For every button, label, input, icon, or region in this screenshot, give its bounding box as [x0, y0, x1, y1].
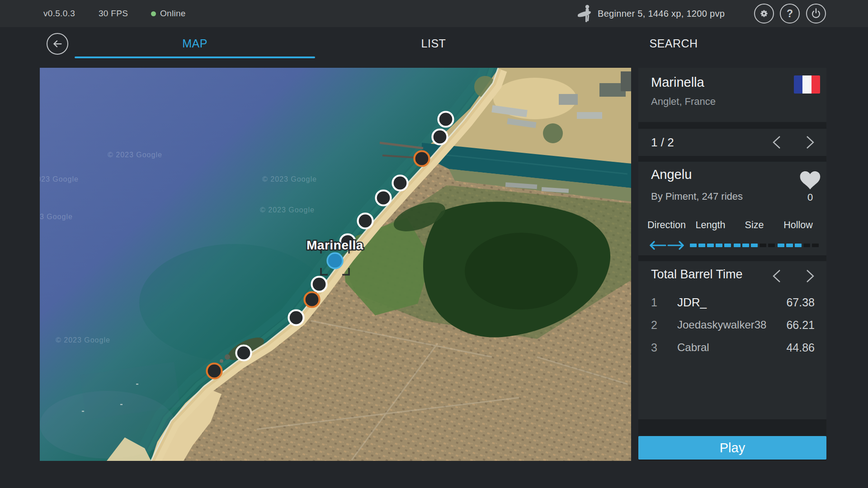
wave-card: Angelu 0 By Piment, 247 rides Direction: [638, 162, 826, 255]
leaderboard-score: 67.38: [786, 296, 826, 309]
leaderboard-rows: 1JDR_67.382Joedaskywalker3866.213Cabral4…: [638, 291, 826, 359]
length-meter: [690, 239, 731, 252]
fps-counter: 30 FPS: [99, 0, 128, 27]
player-rank-status: Beginner 5, 1446 xp, 1200 pvp: [598, 0, 725, 27]
leaderboard-rank: 3: [638, 341, 665, 354]
leaderboard-rank: 2: [638, 319, 665, 332]
meter-dash: [768, 244, 775, 247]
chevron-right-icon: [804, 268, 816, 284]
help-button[interactable]: ?: [780, 4, 800, 23]
spot-marker-open[interactable]: [439, 112, 453, 127]
google-watermark: © 2023 Google: [40, 213, 73, 221]
google-watermark: © 2023 Google: [40, 175, 79, 183]
spot-marker-featured[interactable]: [415, 151, 429, 166]
length-label: Length: [696, 220, 726, 233]
hollow-meter: [778, 239, 819, 252]
wave-name: Angelu: [651, 167, 692, 182]
leaderboard-title: Total Barrel Time: [651, 267, 743, 282]
meter-dash: [751, 244, 758, 247]
tab-map-label: MAP: [182, 37, 208, 50]
tab-search-label: SEARCH: [649, 37, 698, 50]
spot-card: Marinella Anglet, France: [638, 68, 826, 122]
chevron-left-icon: [771, 135, 783, 150]
play-button-label: Play: [720, 441, 745, 455]
meter-dash: [778, 244, 784, 247]
meter-dash: [742, 244, 749, 247]
size-meter: [734, 239, 775, 252]
active-tab-underline: [75, 56, 315, 58]
meter-dash: [795, 244, 802, 247]
online-status: Online: [151, 0, 186, 27]
spot-marker-open[interactable]: [289, 310, 304, 325]
meter-dash: [786, 244, 793, 247]
question-mark-icon: ?: [787, 8, 793, 20]
spot-name: Marinella: [651, 75, 704, 90]
leaderboard-rank: 1: [638, 296, 665, 309]
spot-marker-selected[interactable]: [327, 253, 343, 268]
meter-dash: [707, 244, 714, 247]
leaderboard-player-name: Joedaskywalker38: [665, 319, 786, 331]
top-bar: v0.5.0.3 30 FPS Online Beginner 5, 1446 …: [0, 0, 868, 27]
leaderboard-card: Total Barrel Time 1JDR_67.382Joedaskywal…: [638, 261, 826, 419]
size-label: Size: [745, 220, 764, 233]
play-button[interactable]: Play: [638, 436, 826, 460]
online-status-label: Online: [160, 9, 186, 19]
next-leaderboard-button[interactable]: [804, 268, 816, 284]
google-watermark: © 2023 Google: [262, 175, 317, 183]
app-version: v0.5.0.3: [43, 0, 75, 27]
leaderboard-row: 3Cabral44.86: [638, 336, 826, 359]
app-root: v0.5.0.3 30 FPS Online Beginner 5, 1446 …: [0, 0, 868, 488]
spot-marker-featured[interactable]: [305, 292, 320, 307]
spot-marker-open[interactable]: [358, 214, 373, 229]
satellite-map[interactable]: © 2023 Google© 2023 Google© 2023 Google©…: [40, 68, 631, 461]
spot-marker-open[interactable]: [376, 191, 391, 206]
leaderboard-row: 2Joedaskywalker3866.21: [638, 314, 826, 336]
settings-button[interactable]: [754, 4, 774, 23]
leaderboard-player-name: Cabral: [665, 341, 786, 354]
previous-leaderboard-button[interactable]: [771, 268, 783, 284]
like-count: 0: [800, 192, 821, 203]
wave-pager-card: 1 / 2: [638, 129, 826, 156]
leaderboard-score: 44.86: [786, 341, 826, 354]
tab-map[interactable]: MAP: [75, 27, 315, 60]
google-watermark: © 2023 Google: [108, 151, 162, 159]
meter-dash: [724, 244, 731, 247]
meter-dash: [690, 244, 697, 247]
spot-marker-open[interactable]: [312, 277, 327, 292]
stat-length: Length: [689, 220, 732, 252]
wave-stats: Direction Length Size: [645, 220, 820, 252]
previous-wave-button[interactable]: [771, 135, 783, 150]
stat-direction: Direction: [645, 220, 689, 252]
online-dot-icon: [151, 11, 156, 16]
leaderboard-player-name: JDR_: [665, 296, 786, 310]
spot-marker-featured[interactable]: [207, 364, 222, 379]
google-watermark: © 2023 Google: [260, 206, 315, 214]
power-button[interactable]: [806, 4, 826, 23]
heart-icon[interactable]: [800, 171, 821, 190]
tab-search[interactable]: SEARCH: [583, 27, 764, 60]
back-button[interactable]: [47, 33, 68, 55]
spot-marker-open[interactable]: [236, 346, 251, 361]
meter-dash: [812, 244, 819, 247]
chevron-right-icon: [804, 135, 816, 150]
surfer-icon: [578, 4, 595, 24]
stat-size: Size: [732, 220, 776, 252]
leaderboard-row: 1JDR_67.38: [638, 291, 826, 314]
direction-both-arrows-icon: [646, 239, 687, 251]
next-wave-button[interactable]: [804, 135, 816, 150]
spot-panel: Marinella Anglet, France 1 / 2 Angelu: [638, 68, 826, 461]
wave-pager-label: 1 / 2: [651, 129, 674, 156]
meter-dash: [734, 244, 741, 247]
stat-hollow: Hollow: [776, 220, 820, 252]
gear-icon: [757, 7, 771, 20]
meter-dash: [716, 244, 722, 247]
spot-marker-open[interactable]: [433, 130, 448, 145]
chevron-left-icon: [771, 268, 783, 284]
tab-list[interactable]: LIST: [343, 27, 524, 60]
spot-marker-open[interactable]: [393, 176, 408, 191]
meter-dash: [698, 244, 705, 247]
meter-dash: [760, 244, 766, 247]
arrow-left-icon: [51, 37, 64, 51]
hollow-label: Hollow: [783, 220, 813, 233]
leaderboard-score: 66.21: [786, 319, 826, 332]
